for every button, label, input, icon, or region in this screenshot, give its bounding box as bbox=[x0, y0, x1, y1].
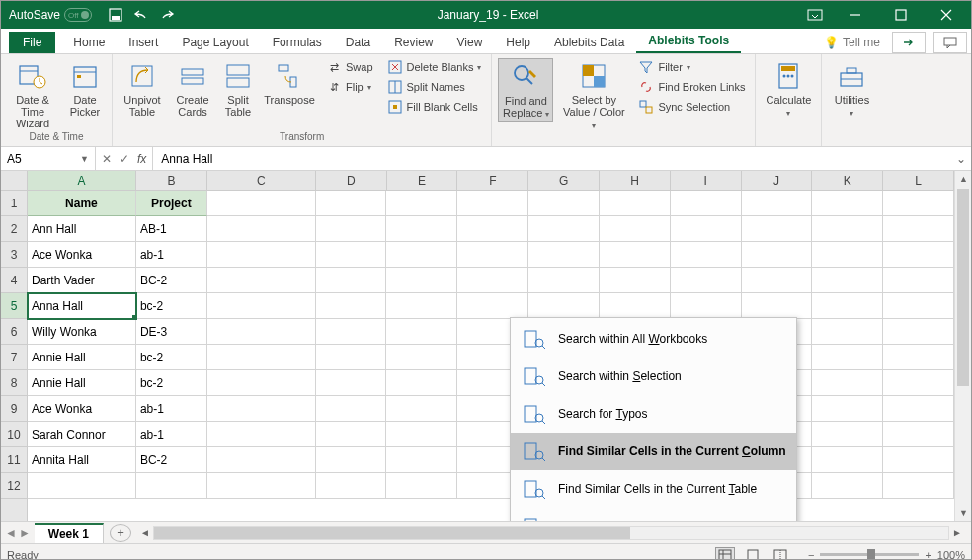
row-header[interactable]: 1 bbox=[1, 191, 27, 216]
cell[interactable] bbox=[883, 216, 954, 242]
cell[interactable] bbox=[671, 268, 742, 293]
row-headers[interactable]: 123456789101112 bbox=[1, 191, 28, 521]
cell[interactable]: DE-3 bbox=[136, 319, 207, 345]
cell[interactable]: Ace Wonka bbox=[28, 242, 136, 268]
cell[interactable] bbox=[207, 345, 316, 370]
cell[interactable]: Anna Hall bbox=[28, 293, 136, 319]
cell[interactable] bbox=[457, 293, 528, 319]
cell[interactable] bbox=[742, 293, 813, 319]
tab-help[interactable]: Help bbox=[494, 32, 542, 53]
cell[interactable] bbox=[316, 319, 387, 345]
cell[interactable] bbox=[883, 191, 954, 216]
cell[interactable] bbox=[883, 473, 954, 499]
date-picker-button[interactable]: Date Picker bbox=[64, 58, 106, 120]
hscroll-left-icon[interactable]: ◄ bbox=[137, 527, 153, 538]
maximize-icon[interactable] bbox=[878, 1, 924, 29]
cell[interactable] bbox=[386, 268, 457, 293]
cell[interactable]: Project bbox=[136, 191, 207, 216]
cell[interactable] bbox=[528, 242, 600, 268]
cell[interactable] bbox=[742, 242, 813, 268]
cell[interactable] bbox=[528, 268, 600, 293]
dropdown-item[interactable]: Search for Typos bbox=[511, 395, 796, 433]
dropdown-item[interactable]: Find Similar Cells in the Current Column bbox=[511, 433, 796, 470]
horizontal-scrollbar[interactable]: ◄ ► bbox=[137, 526, 965, 540]
minimize-icon[interactable] bbox=[833, 1, 878, 29]
cell[interactable] bbox=[671, 216, 742, 242]
row-header[interactable]: 5 bbox=[1, 293, 27, 319]
swap-button[interactable]: ⇄Swap bbox=[322, 58, 377, 76]
cell[interactable] bbox=[812, 216, 883, 242]
cell[interactable] bbox=[207, 242, 316, 268]
cell[interactable] bbox=[883, 396, 954, 422]
normal-view-icon[interactable] bbox=[715, 547, 735, 561]
cell[interactable] bbox=[207, 473, 316, 499]
cell[interactable] bbox=[207, 319, 316, 345]
cell[interactable] bbox=[883, 293, 954, 319]
tab-formulas[interactable]: Formulas bbox=[261, 32, 334, 53]
cell[interactable] bbox=[457, 268, 528, 293]
cell[interactable] bbox=[742, 191, 813, 216]
cell[interactable] bbox=[316, 242, 387, 268]
cell[interactable] bbox=[207, 370, 316, 396]
row-header[interactable]: 3 bbox=[1, 242, 27, 268]
tell-me-search[interactable]: 💡 Tell me bbox=[816, 32, 888, 53]
cell[interactable] bbox=[386, 396, 457, 422]
close-icon[interactable] bbox=[924, 1, 969, 29]
cell[interactable] bbox=[812, 345, 883, 370]
cell[interactable] bbox=[316, 293, 387, 319]
cell[interactable] bbox=[812, 293, 883, 319]
tab-ablebits-data[interactable]: Ablebits Data bbox=[542, 32, 636, 53]
cell[interactable] bbox=[528, 216, 600, 242]
column-header[interactable]: F bbox=[457, 171, 528, 190]
cell[interactable] bbox=[812, 473, 883, 499]
dropdown-item[interactable]: Search within Selection bbox=[511, 358, 796, 395]
cell[interactable] bbox=[28, 473, 136, 499]
cell[interactable]: Name bbox=[28, 191, 136, 216]
cell[interactable] bbox=[812, 370, 883, 396]
cell[interactable] bbox=[883, 345, 954, 370]
ribbon-options-icon[interactable] bbox=[797, 1, 833, 29]
column-header[interactable]: J bbox=[742, 171, 813, 190]
row-header[interactable]: 6 bbox=[1, 319, 27, 345]
row-header[interactable]: 2 bbox=[1, 216, 27, 242]
cell[interactable]: bc-2 bbox=[136, 345, 207, 370]
cell[interactable] bbox=[457, 242, 528, 268]
cell[interactable]: Darth Vader bbox=[28, 268, 136, 293]
tab-data[interactable]: Data bbox=[334, 32, 382, 53]
cell[interactable] bbox=[812, 191, 883, 216]
cells-area[interactable]: NameProjectAnn HallAB-1Ace Wonkaab-1Dart… bbox=[28, 191, 954, 521]
row-header[interactable]: 12 bbox=[1, 473, 27, 499]
column-header[interactable]: H bbox=[600, 171, 671, 190]
column-header[interactable]: D bbox=[316, 171, 387, 190]
cell[interactable] bbox=[883, 422, 954, 447]
page-layout-view-icon[interactable] bbox=[743, 547, 763, 561]
tab-view[interactable]: View bbox=[446, 32, 495, 53]
cell[interactable] bbox=[386, 319, 457, 345]
cell[interactable] bbox=[386, 345, 457, 370]
cell[interactable] bbox=[671, 242, 742, 268]
cell[interactable] bbox=[457, 216, 528, 242]
fill-blank-cells-button[interactable]: Fill Blank Cells bbox=[383, 98, 486, 116]
cell[interactable] bbox=[386, 242, 457, 268]
column-header[interactable]: G bbox=[528, 171, 600, 190]
cell[interactable] bbox=[883, 319, 954, 345]
cell[interactable] bbox=[600, 293, 671, 319]
cell[interactable] bbox=[600, 191, 671, 216]
formula-input[interactable]: Anna Hall bbox=[153, 152, 951, 166]
tab-file[interactable]: File bbox=[9, 32, 55, 53]
select-all-corner[interactable] bbox=[1, 171, 28, 191]
cell[interactable] bbox=[386, 422, 457, 447]
cell[interactable]: Annie Hall bbox=[28, 345, 136, 370]
cell[interactable] bbox=[316, 191, 387, 216]
cell[interactable] bbox=[386, 473, 457, 499]
cell[interactable] bbox=[316, 396, 387, 422]
cell[interactable] bbox=[528, 191, 600, 216]
spreadsheet-grid[interactable]: ABCDEFGHIJKL 123456789101112 NameProject… bbox=[1, 171, 971, 521]
tab-ablebits-tools[interactable]: Ablebits Tools bbox=[636, 30, 741, 53]
row-header[interactable]: 7 bbox=[1, 345, 27, 370]
cell[interactable] bbox=[207, 293, 316, 319]
cell[interactable]: BC-2 bbox=[136, 268, 207, 293]
cell[interactable]: bc-2 bbox=[136, 370, 207, 396]
cell[interactable] bbox=[207, 447, 316, 473]
row-header[interactable]: 10 bbox=[1, 422, 27, 447]
